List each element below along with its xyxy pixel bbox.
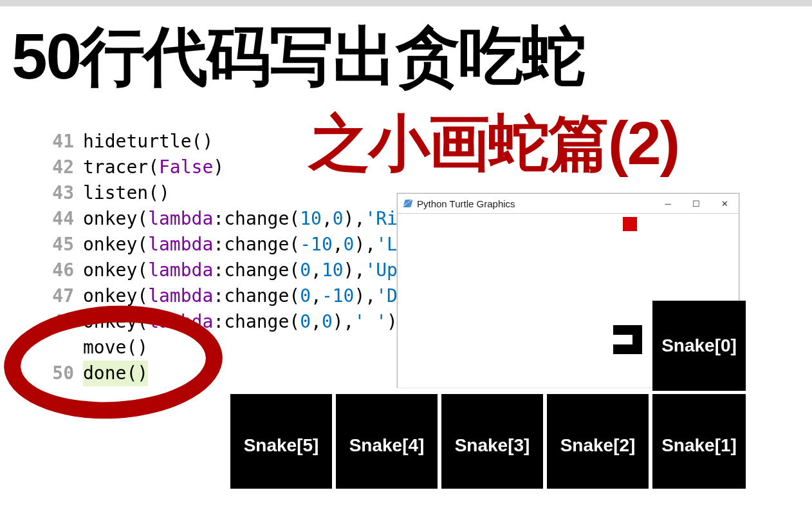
code-line: 42tracer(False) <box>39 155 441 180</box>
python-icon <box>403 200 412 207</box>
snake-index-box: Snake[5] <box>230 394 332 496</box>
code-text: tracer(False) <box>83 155 224 180</box>
code-line: 43listen() <box>39 180 441 206</box>
code-text: listen() <box>83 180 170 206</box>
snake-index-box: Snake[3] <box>441 394 543 496</box>
code-line: 45onkey(lambda:change(-10,0),'Left' <box>39 232 441 258</box>
line-number: 44 <box>39 206 83 232</box>
thumbnail-stage: 50行代码写出贪吃蛇 之小画蛇篇(2) 41hideturtle()42trac… <box>0 0 812 508</box>
code-line: 46onkey(lambda:change(0,10),'Up') <box>39 258 441 283</box>
code-text: hideturtle() <box>83 129 213 155</box>
code-line: 44onkey(lambda:change(10,0),'Right' <box>39 206 441 232</box>
snake-index-box: Snake[2] <box>547 394 649 496</box>
line-number: 41 <box>39 129 83 155</box>
code-text: onkey(lambda:change(0,10),'Up') <box>83 258 420 283</box>
line-number: 45 <box>39 232 83 258</box>
bottom-strip <box>0 489 812 502</box>
turtle-titlebar[interactable]: Python Turtle Graphics ─ ☐ ✕ <box>398 194 739 214</box>
snake-body-h <box>613 344 642 354</box>
maximize-button[interactable]: ☐ <box>682 194 710 213</box>
close-button[interactable]: ✕ <box>710 194 739 213</box>
code-line: 47onkey(lambda:change(0,-10),'Down' <box>39 283 441 309</box>
line-number: 46 <box>39 258 83 283</box>
line-number: 47 <box>39 283 83 309</box>
minimize-button[interactable]: ─ <box>654 194 682 213</box>
snake-index-box: Snake[1] <box>652 394 746 496</box>
snake-index-box: Snake[0] <box>652 301 746 391</box>
line-number: 42 <box>39 155 83 180</box>
snake-body-v <box>632 325 642 344</box>
code-line: 41hideturtle() <box>39 129 441 155</box>
line-number: 43 <box>39 180 83 206</box>
snake-index-box: Snake[4] <box>336 394 438 496</box>
snake-food <box>623 217 637 231</box>
code-text: onkey(lambda:change(0,-10),'Down' <box>83 283 441 309</box>
code-text: onkey(lambda:change(-10,0),'Left' <box>83 232 441 258</box>
title-main: 50行代码写出贪吃蛇 <box>12 14 585 101</box>
code-text: onkey(lambda:change(10,0),'Right' <box>83 206 441 232</box>
turtle-title: Python Turtle Graphics <box>417 198 515 209</box>
